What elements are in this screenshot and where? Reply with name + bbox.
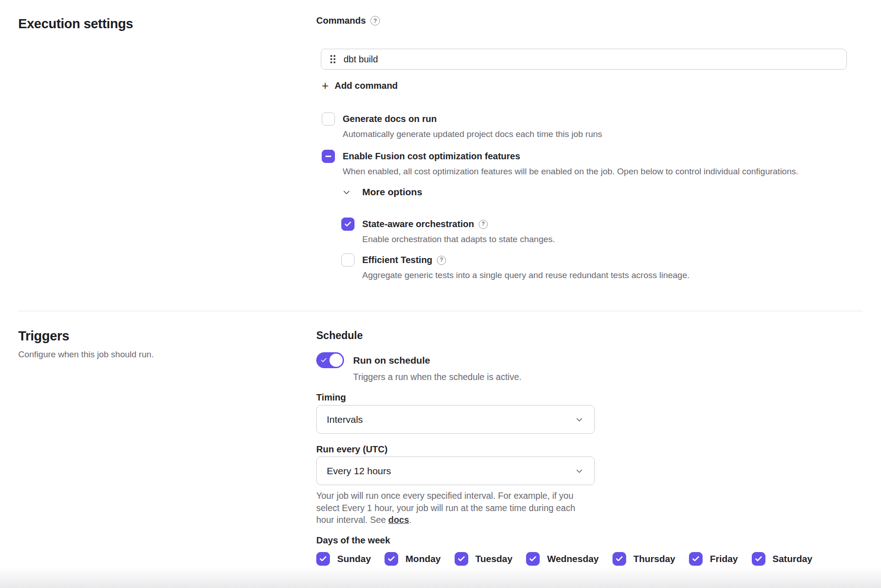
efficient-testing-help-icon[interactable]: ? xyxy=(437,256,446,265)
check-icon xyxy=(754,555,763,563)
fusion-option: Enable Fusion cost optimization features… xyxy=(322,149,798,177)
generate-docs-description: Automatically generate updated project d… xyxy=(343,129,602,139)
day-checkbox[interactable] xyxy=(526,552,540,566)
day-checkbox-item[interactable]: Thursday xyxy=(613,552,675,566)
run-every-label: Run every (UTC) xyxy=(316,444,388,455)
bottom-fade xyxy=(0,567,881,588)
day-checkbox[interactable] xyxy=(455,552,468,566)
check-icon xyxy=(387,555,395,563)
timing-label: Timing xyxy=(316,392,346,403)
run-on-schedule-label: Run on schedule xyxy=(353,355,430,366)
job-settings-page: Execution settings Commands ? dbt build … xyxy=(0,0,881,588)
commands-label-row: Commands ? xyxy=(316,15,380,26)
generate-docs-checkbox[interactable] xyxy=(322,112,335,126)
day-checkbox-item[interactable]: Saturday xyxy=(752,552,813,566)
chevron-down-icon xyxy=(342,188,351,197)
days-of-week-label: Days of the week xyxy=(316,535,390,546)
day-label: Saturday xyxy=(773,553,813,564)
section-divider xyxy=(18,311,863,311)
toggle-knob xyxy=(329,354,343,367)
check-icon xyxy=(320,357,327,364)
efficient-testing-option: Efficient Testing ? Aggregate generic te… xyxy=(341,253,689,280)
execution-settings-title: Execution settings xyxy=(18,16,133,31)
day-checkbox[interactable] xyxy=(316,552,330,566)
commands-label: Commands xyxy=(316,15,366,26)
day-checkbox-item[interactable]: Tuesday xyxy=(455,552,513,566)
drag-handle-icon[interactable] xyxy=(330,55,335,63)
fusion-label: Enable Fusion cost optimization features xyxy=(343,149,798,163)
state-aware-checkbox[interactable] xyxy=(341,218,354,231)
days-of-week-row: Sunday Monday Tuesday Wednesday xyxy=(316,552,812,566)
check-icon xyxy=(457,555,466,563)
run-on-schedule-toggle[interactable] xyxy=(316,352,344,368)
interval-help-text: Your job will run once every specified i… xyxy=(316,490,588,526)
commands-help-icon[interactable]: ? xyxy=(370,16,380,25)
generate-docs-label: Generate docs on run xyxy=(343,112,602,126)
efficient-testing-description: Aggregate generic tests into a single qu… xyxy=(362,270,689,280)
add-command-button[interactable]: + Add command xyxy=(322,80,398,91)
check-icon xyxy=(692,555,700,563)
timing-select[interactable]: Intervals xyxy=(316,405,595,434)
state-aware-description: Enable orchestration that adapts to stat… xyxy=(362,234,555,244)
more-options-toggle[interactable]: More options xyxy=(342,187,422,198)
docs-link[interactable]: docs xyxy=(388,515,409,525)
timing-select-value: Intervals xyxy=(327,414,363,425)
day-label: Tuesday xyxy=(476,553,513,564)
efficient-testing-checkbox[interactable] xyxy=(341,253,354,267)
day-label: Wednesday xyxy=(547,553,599,564)
day-checkbox-item[interactable]: Friday xyxy=(689,552,738,566)
fusion-checkbox[interactable] xyxy=(322,150,335,163)
efficient-testing-label: Efficient Testing xyxy=(362,253,432,267)
command-input[interactable]: dbt build xyxy=(321,49,847,70)
state-aware-label: State-aware orchestration xyxy=(362,217,474,231)
day-checkbox-item[interactable]: Sunday xyxy=(316,552,371,566)
day-label: Sunday xyxy=(337,553,371,564)
chevron-down-icon xyxy=(575,467,583,475)
day-label: Friday xyxy=(710,553,738,564)
run-on-schedule-description: Triggers a run when the schedule is acti… xyxy=(353,372,522,382)
more-options-label: More options xyxy=(362,187,422,198)
day-checkbox[interactable] xyxy=(613,552,626,566)
run-every-select[interactable]: Every 12 hours xyxy=(316,456,595,485)
triggers-title: Triggers xyxy=(18,329,69,344)
state-aware-option: State-aware orchestration ? Enable orche… xyxy=(341,217,555,244)
day-checkbox[interactable] xyxy=(752,552,765,566)
day-checkbox[interactable] xyxy=(689,552,703,566)
state-aware-help-icon[interactable]: ? xyxy=(479,220,488,229)
add-command-label: Add command xyxy=(334,81,398,91)
check-icon xyxy=(319,555,327,563)
generate-docs-option: Generate docs on run Automatically gener… xyxy=(322,112,602,139)
triggers-subtitle: Configure when this job should run. xyxy=(18,350,154,360)
chevron-down-icon xyxy=(575,416,583,424)
command-value: dbt build xyxy=(344,54,378,65)
run-every-select-value: Every 12 hours xyxy=(327,466,391,476)
day-checkbox-item[interactable]: Monday xyxy=(385,552,440,566)
day-checkbox[interactable] xyxy=(385,552,398,566)
plus-icon: + xyxy=(322,80,329,91)
day-label: Thursday xyxy=(633,553,675,564)
schedule-title: Schedule xyxy=(316,329,363,342)
day-checkbox-item[interactable]: Wednesday xyxy=(526,552,599,566)
check-icon xyxy=(344,220,352,228)
check-icon xyxy=(615,555,623,563)
indeterminate-dash-icon xyxy=(325,156,331,157)
fusion-description: When enabled, all cost optimization feat… xyxy=(343,167,798,177)
day-label: Monday xyxy=(405,553,440,564)
check-icon xyxy=(529,555,537,563)
